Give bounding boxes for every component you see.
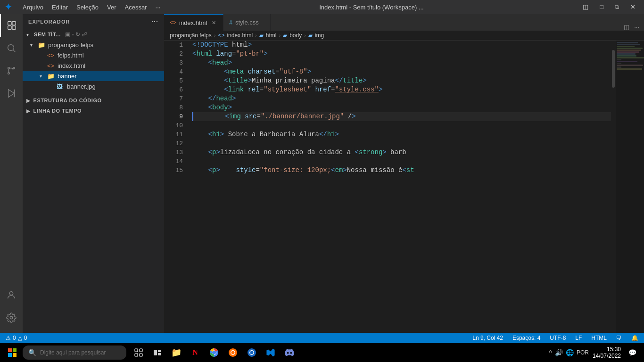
sidebar-title: EXPLORADOR: [28, 19, 70, 25]
svg-rect-3: [12, 26, 16, 29]
taskbar-discord[interactable]: [281, 344, 298, 361]
line-num-15: 15: [164, 166, 183, 175]
file-no-arrow3: [49, 84, 57, 89]
menu-ver[interactable]: Ver: [103, 3, 120, 12]
file-banner-jpg[interactable]: 🖼 banner.jpg: [23, 81, 164, 91]
line-num-6: 6: [164, 85, 183, 94]
clock-time: 15:30: [593, 346, 621, 353]
restore-icon[interactable]: ⧉: [611, 2, 623, 12]
taskbar-chrome-orange[interactable]: [224, 344, 241, 361]
error-icon: ⚠: [6, 335, 11, 341]
tray-language[interactable]: POR: [577, 349, 589, 356]
status-line-col[interactable]: Ln 9, Col 42: [471, 335, 505, 341]
taskbar-chrome-green[interactable]: [206, 344, 223, 361]
folder-progamcao-felps[interactable]: ▾ 📁 progamção felps: [23, 40, 164, 50]
menu-acessar[interactable]: Acessar: [121, 3, 151, 12]
window-controls: ◫ □ ⧉ ✕: [579, 2, 639, 12]
status-spaces[interactable]: Espaços: 4: [511, 335, 542, 341]
tab-close-icon[interactable]: ✕: [210, 19, 217, 26]
file-felps-html[interactable]: <> felps.html: [23, 50, 164, 60]
svg-point-26: [212, 351, 216, 354]
menu-selecao[interactable]: Seleção: [73, 3, 102, 12]
folder-banner[interactable]: ▾ 📁 banner: [23, 71, 164, 81]
svg-point-11: [9, 292, 13, 295]
breadcrumb-img[interactable]: img: [315, 32, 324, 39]
html-file-icon: <>: [47, 52, 56, 59]
tab-index-html[interactable]: <> index.html ✕: [164, 14, 223, 31]
folder-icon: 📁: [38, 41, 46, 49]
sidebar-header-actions: ···: [151, 18, 158, 25]
breadcrumb-folder[interactable]: progamção felps: [170, 32, 212, 39]
section-linha-label: LINHA DO TEMPO: [33, 108, 82, 114]
line-col-text: Ln 9, Col 42: [472, 335, 503, 341]
menu-arquivo[interactable]: Arquivo: [19, 3, 47, 12]
menu-more[interactable]: ···: [152, 3, 165, 12]
code-line-3: <head>: [192, 58, 611, 67]
svg-point-7: [13, 67, 15, 69]
activity-account[interactable]: [0, 284, 23, 306]
breadcrumb: progamção felps › <> index.html › ▰ html…: [164, 31, 644, 41]
line-num-11: 11: [164, 130, 183, 139]
breadcrumb-html[interactable]: html: [266, 32, 277, 39]
activity-run[interactable]: [0, 82, 23, 105]
status-line-ending[interactable]: LF: [573, 335, 584, 341]
svg-point-6: [8, 67, 10, 69]
code-content[interactable]: <!DOCTYPE html> <html lang="pt-br"> <hea…: [188, 41, 611, 333]
section-estrutura[interactable]: ▶ ESTRUTURA DO CÓDIGO: [23, 95, 164, 106]
section-linha[interactable]: ▶ LINHA DO TEMPO: [23, 106, 164, 116]
close-icon[interactable]: ✕: [627, 2, 639, 12]
taskbar-netflix[interactable]: N: [187, 344, 204, 361]
split-editor-icon[interactable]: ◫: [624, 24, 629, 31]
tab-style-css[interactable]: # style.css: [223, 14, 271, 31]
activity-source-control[interactable]: [0, 59, 23, 82]
svg-point-4: [8, 45, 14, 51]
taskbar-vscode[interactable]: [262, 344, 279, 361]
tray-notification[interactable]: 💬: [628, 349, 636, 356]
svg-point-8: [8, 73, 10, 74]
tray-volume[interactable]: 🔊: [555, 349, 563, 356]
taskbar-widgets[interactable]: [149, 344, 166, 361]
taskbar-explorer[interactable]: 📁: [168, 344, 185, 361]
activity-search[interactable]: [0, 37, 23, 59]
activity-explorer[interactable]: [0, 14, 23, 37]
status-feedback[interactable]: 🗨: [614, 335, 624, 341]
svg-point-29: [231, 351, 235, 354]
tab-more-icon[interactable]: ···: [634, 24, 639, 31]
svg-line-5: [13, 50, 15, 52]
breadcrumb-sep1: ›: [214, 33, 216, 38]
line-num-3: 3: [164, 58, 183, 67]
status-encoding[interactable]: UTF-8: [548, 335, 568, 341]
layout-toggle-icon[interactable]: ◫: [579, 2, 592, 12]
menu-editar[interactable]: Editar: [48, 3, 72, 12]
svg-rect-17: [135, 349, 138, 352]
taskbar-taskview[interactable]: [130, 344, 147, 361]
taskbar-search-input[interactable]: [40, 349, 116, 356]
editor-scrollbar[interactable]: [611, 41, 616, 333]
status-bell[interactable]: 🔔: [629, 335, 640, 341]
start-button[interactable]: [4, 344, 21, 361]
breadcrumb-body[interactable]: body: [289, 32, 302, 39]
workspace-root[interactable]: ▾ SEM TÍT... ▣ ▫ ↻ ☍: [23, 29, 164, 40]
tray-network[interactable]: 🌐: [566, 349, 574, 356]
tray-icons: ^ 🔊 🌐 POR: [549, 349, 589, 356]
file-index-html[interactable]: <> index.html: [23, 60, 164, 71]
taskbar-search-box[interactable]: 🔍: [23, 346, 126, 360]
tab-index-label: index.html: [179, 19, 207, 26]
file-no-arrow: [40, 53, 47, 58]
status-errors[interactable]: ⚠ 0 △ 0: [4, 335, 29, 341]
minimap: [616, 41, 644, 333]
code-line-8: <body>: [192, 103, 611, 112]
sidebar-more-icon[interactable]: ···: [151, 18, 158, 25]
tab-css-icon: #: [229, 19, 232, 26]
code-editor[interactable]: 1 2 3 4 5 6 7 8 9 10 11 12 13 14 15 <!: [164, 41, 644, 333]
tray-show-hidden[interactable]: ^: [549, 349, 552, 356]
taskbar-chrome-red[interactable]: [243, 344, 260, 361]
activity-settings[interactable]: [0, 306, 23, 329]
taskbar-tray: ^ 🔊 🌐 POR 15:30 14/07/2022 💬: [549, 346, 640, 359]
warning-icon: △: [18, 335, 22, 341]
breadcrumb-file[interactable]: index.html: [227, 32, 253, 39]
taskbar-clock[interactable]: 15:30 14/07/2022: [593, 346, 621, 359]
maximize-icon[interactable]: □: [596, 2, 607, 12]
svg-rect-1: [12, 22, 16, 25]
status-language[interactable]: HTML: [589, 335, 609, 341]
